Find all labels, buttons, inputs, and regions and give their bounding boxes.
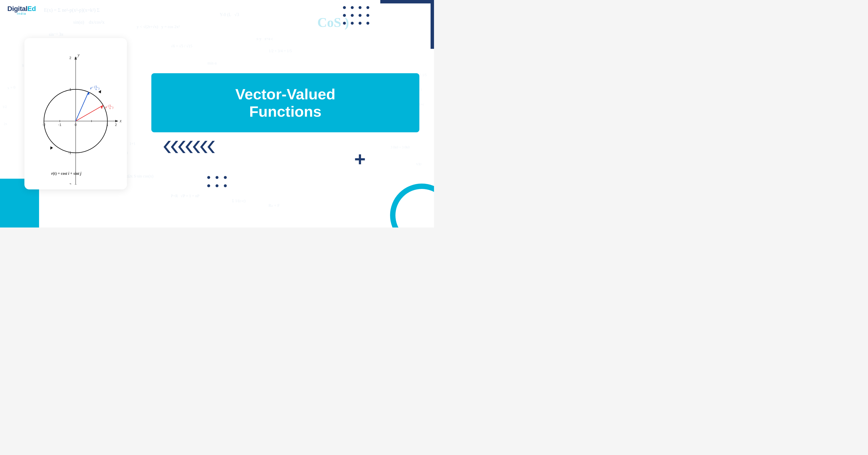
svg-marker-45 bbox=[178, 141, 186, 153]
chevrons-svg bbox=[156, 140, 244, 154]
svg-line-26 bbox=[76, 105, 103, 121]
svg-marker-3 bbox=[115, 120, 118, 122]
svg-text:1: 1 bbox=[69, 87, 71, 91]
svg-text:6: 6 bbox=[95, 88, 97, 91]
svg-marker-43 bbox=[163, 141, 171, 153]
logo-ed: Ed bbox=[27, 5, 36, 12]
right-panel: Vector-Valued Functions bbox=[151, 73, 420, 154]
svg-marker-49 bbox=[208, 141, 215, 153]
svg-text:π: π bbox=[95, 85, 97, 87]
svg-text:2: 2 bbox=[69, 56, 71, 60]
svg-text:): ) bbox=[98, 87, 99, 90]
svg-text:r(t) = cost i + sint j: r(t) = cost i + sint j bbox=[51, 171, 82, 176]
logo: DigitalEd India bbox=[7, 5, 36, 16]
banner-title: Vector-Valued Functions bbox=[235, 85, 335, 120]
svg-text:-1: -1 bbox=[68, 151, 71, 155]
svg-marker-46 bbox=[186, 141, 193, 153]
svg-text:y: y bbox=[77, 53, 80, 57]
svg-text:x: x bbox=[119, 118, 122, 123]
svg-text:2: 2 bbox=[115, 123, 117, 127]
vector-graph: x y 1 -1 2 -2 1 -2 -1 0 bbox=[29, 43, 122, 185]
svg-text:): ) bbox=[112, 106, 113, 109]
svg-text:r′: r′ bbox=[90, 86, 93, 90]
svg-text:6: 6 bbox=[110, 107, 111, 110]
plus-decoration: + bbox=[354, 149, 366, 169]
svg-marker-47 bbox=[193, 141, 200, 153]
svg-marker-44 bbox=[171, 141, 178, 153]
banner-line1: Vector-Valued bbox=[235, 85, 335, 103]
chevrons-row bbox=[156, 140, 420, 154]
banner-line2: Functions bbox=[235, 103, 335, 120]
main-container: x y 1 -1 2 -2 1 -2 -1 0 bbox=[0, 0, 434, 228]
svg-text:(: ( bbox=[108, 104, 109, 108]
logo-digital: Digital bbox=[7, 5, 27, 12]
svg-marker-25 bbox=[49, 147, 53, 150]
svg-marker-48 bbox=[200, 141, 208, 153]
svg-text:0: 0 bbox=[75, 123, 76, 127]
svg-text:(: ( bbox=[94, 85, 95, 89]
svg-text:r: r bbox=[105, 105, 107, 109]
svg-text:-1: -1 bbox=[58, 123, 62, 127]
svg-line-28 bbox=[76, 92, 89, 121]
cyan-banner: Vector-Valued Functions bbox=[151, 73, 420, 132]
svg-text:-2: -2 bbox=[68, 183, 71, 185]
svg-marker-2 bbox=[74, 56, 77, 60]
svg-text:π: π bbox=[110, 103, 111, 107]
graph-card: x y 1 -1 2 -2 1 -2 -1 0 bbox=[24, 38, 127, 189]
